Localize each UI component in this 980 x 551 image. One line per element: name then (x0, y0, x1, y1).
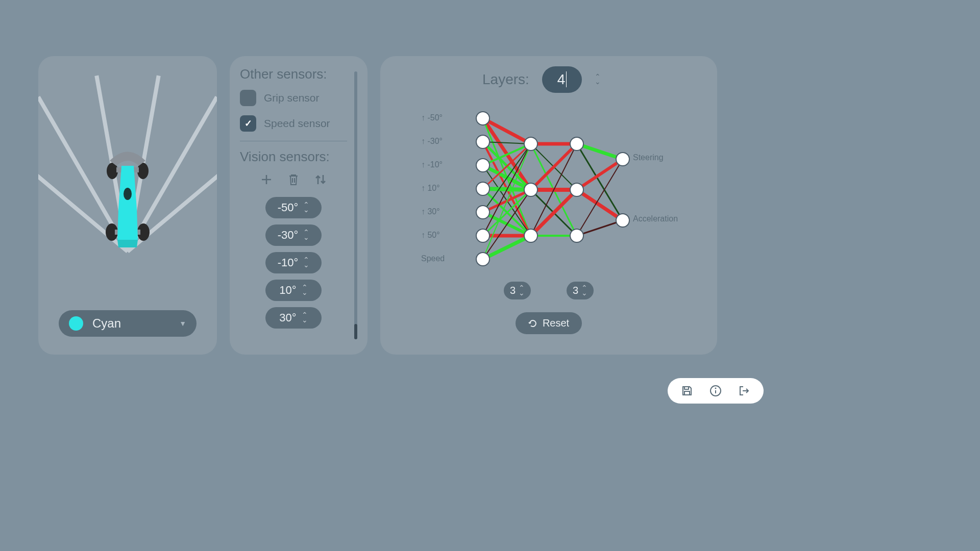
car-preview-panel: Cyan ▼ (38, 56, 217, 355)
info-button[interactable] (709, 384, 722, 397)
speed-label: Speed sensor (264, 117, 330, 130)
stepper-arrows-icon: ⌃⌄ (303, 203, 309, 213)
network-node (570, 183, 584, 197)
stepper-arrows-icon: ⌃⌄ (302, 313, 308, 323)
network-node (570, 137, 584, 151)
color-selector[interactable]: Cyan ▼ (59, 310, 197, 337)
other-sensors-title: Other sensors: (240, 66, 347, 82)
angle-stepper[interactable]: -50° ⌃⌄ (265, 197, 322, 218)
grip-label: Grip sensor (264, 92, 320, 104)
speed-sensor-row[interactable]: ✓ Speed sensor (240, 115, 347, 132)
svg-point-6 (124, 188, 132, 200)
network-node (524, 229, 538, 243)
stepper-arrows-icon: ⌃⌄ (581, 286, 587, 296)
floating-toolbar (668, 378, 764, 404)
stepper-arrows-icon: ⌃⌄ (302, 285, 308, 295)
stepper-arrows-icon: ⌃⌄ (303, 230, 309, 240)
network-node (476, 135, 490, 149)
network-node (476, 205, 490, 219)
grip-sensor-row[interactable]: Grip sensor (240, 90, 347, 106)
scrollbar[interactable] (354, 71, 357, 339)
network-node (476, 158, 490, 172)
angle-stepper[interactable]: -10° ⌃⌄ (265, 252, 322, 273)
vision-sensors-title: Vision sensors: (240, 149, 347, 165)
network-node (476, 252, 490, 266)
layers-stepper[interactable]: ⌃⌄ (595, 74, 601, 85)
car-icon (102, 143, 153, 250)
color-swatch-icon (69, 316, 83, 331)
color-label: Cyan (92, 316, 170, 331)
sort-sensors-button[interactable] (313, 172, 328, 187)
layers-label: Layers: (482, 71, 529, 88)
svg-line-41 (577, 159, 623, 236)
car-visual (48, 66, 207, 310)
svg-point-44 (715, 388, 717, 389)
network-node (476, 182, 490, 196)
network-panel: Layers: 4 ⌃⌄ ↑ -50° ↑ -30° ↑ -10° ↑ 10° … (380, 56, 717, 355)
network-visualization: ↑ -50° ↑ -30° ↑ -10° ↑ 10° ↑ 30° ↑ 50° S… (390, 108, 707, 277)
angle-stepper[interactable]: -30° ⌃⌄ (265, 224, 322, 246)
exit-button[interactable] (738, 384, 751, 397)
divider (240, 141, 347, 141)
svg-line-39 (577, 159, 623, 190)
layers-input[interactable]: 4 (542, 66, 582, 93)
speed-checkbox[interactable]: ✓ (240, 115, 256, 132)
network-node (476, 229, 490, 243)
angle-stepper[interactable]: 10° ⌃⌄ (265, 280, 322, 301)
reset-label: Reset (543, 317, 569, 329)
svg-line-40 (577, 190, 623, 220)
chevron-down-icon: ▼ (179, 319, 186, 328)
network-node (616, 213, 630, 228)
network-node (524, 183, 538, 197)
grip-checkbox[interactable] (240, 90, 256, 106)
angle-stepper[interactable]: 30° ⌃⌄ (265, 307, 322, 329)
stepper-arrows-icon: ⌃⌄ (519, 286, 525, 296)
network-node (524, 137, 538, 151)
svg-line-27 (483, 236, 531, 259)
scrollbar-thumb[interactable] (354, 324, 357, 339)
hidden-layer-count-2[interactable]: 3 ⌃⌄ (567, 282, 594, 299)
network-node (476, 111, 490, 126)
add-sensor-button[interactable] (259, 172, 274, 187)
stepper-arrows-icon: ⌃⌄ (303, 258, 309, 268)
sensors-panel: Other sensors: Grip sensor ✓ Speed senso… (230, 56, 368, 355)
save-button[interactable] (680, 384, 694, 397)
delete-sensor-button[interactable] (286, 172, 301, 187)
reset-button[interactable]: Reset (516, 312, 582, 334)
network-edges (390, 108, 707, 277)
network-node (570, 229, 584, 243)
check-icon: ✓ (244, 118, 252, 129)
reset-icon (528, 319, 537, 328)
network-node (616, 152, 630, 166)
hidden-layer-count-1[interactable]: 3 ⌃⌄ (504, 282, 531, 299)
